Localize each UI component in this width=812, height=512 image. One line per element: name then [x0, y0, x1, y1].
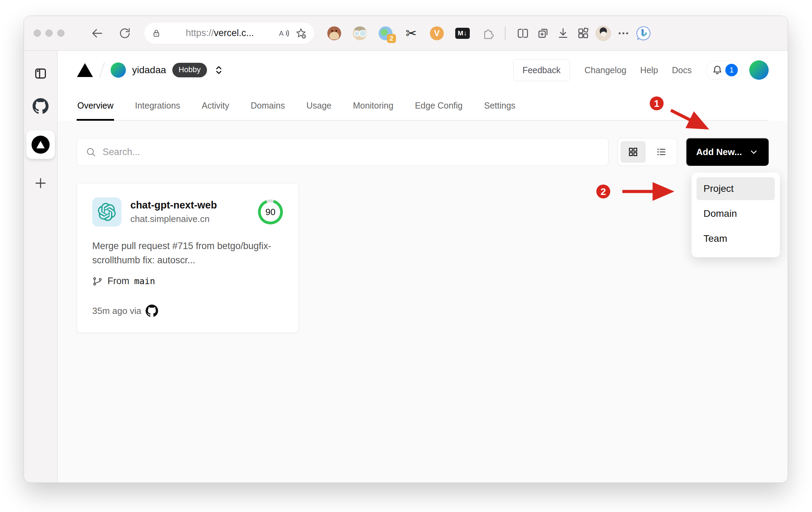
back-button[interactable]: [89, 25, 105, 42]
search-box[interactable]: [77, 138, 608, 166]
tab-activity[interactable]: Activity: [201, 96, 230, 121]
refresh-icon: [118, 27, 131, 40]
address-bar[interactable]: https://vercel.c... A: [144, 23, 314, 44]
commit-message[interactable]: Merge pull request #715 from betgo/bugfi…: [92, 239, 283, 267]
team-switcher-icon[interactable]: [213, 64, 225, 76]
lock-icon: [151, 28, 162, 39]
extensions-row: 2 ✂ V M↓: [327, 26, 496, 41]
bell-icon: [711, 64, 723, 76]
close-window-button[interactable]: [34, 29, 41, 37]
translate-badge: 2: [387, 34, 396, 43]
translate-extension-icon[interactable]: 2: [378, 26, 393, 41]
team-name[interactable]: yidadaa: [132, 65, 166, 76]
feedback-button[interactable]: Feedback: [513, 59, 570, 81]
download-icon: [556, 26, 570, 40]
team-avatar[interactable]: [111, 62, 126, 78]
scissors-icon: ✂: [406, 27, 417, 40]
edge-sidebar: [24, 51, 58, 483]
sidebar-toggle-button[interactable]: [32, 65, 49, 82]
notification-count-badge: 1: [725, 64, 738, 76]
project-domain[interactable]: chat.simplenaive.cn: [130, 214, 258, 224]
extensions-menu-button[interactable]: [481, 26, 496, 41]
v-extension-icon[interactable]: V: [429, 26, 444, 41]
tab-domains[interactable]: Domains: [250, 96, 286, 121]
apps-grid-icon: [576, 26, 590, 40]
favorite-star-icon[interactable]: [295, 27, 307, 40]
url-scheme: https://: [186, 28, 214, 38]
toolbar-divider: [505, 26, 506, 40]
v-badge-icon: V: [430, 26, 444, 40]
back-arrow-icon: [90, 26, 104, 40]
branch-row: From main: [92, 276, 283, 287]
sidebar-item-vercel-active[interactable]: [26, 130, 55, 159]
search-input[interactable]: [103, 147, 600, 157]
tab-monitoring[interactable]: Monitoring: [352, 96, 394, 121]
split-screen-icon: [516, 26, 530, 40]
traffic-lights[interactable]: [34, 29, 64, 37]
tab-settings[interactable]: Settings: [483, 96, 516, 121]
github-icon: [33, 98, 49, 114]
tab-usage[interactable]: Usage: [306, 96, 332, 121]
dashboard-tabs: Overview Integrations Activity Domains U…: [77, 89, 769, 121]
branch-name[interactable]: main: [134, 276, 155, 286]
collections-button[interactable]: [535, 25, 551, 42]
chevron-down-icon: [749, 147, 759, 157]
sidebar-add-button[interactable]: [32, 175, 49, 191]
zoom-window-button[interactable]: [57, 29, 64, 37]
markdown-extension-icon[interactable]: M↓: [455, 26, 470, 41]
notifications-button[interactable]: 1: [706, 61, 742, 79]
dropdown-item-domain[interactable]: Domain: [697, 202, 775, 225]
avatar-extension-icon[interactable]: [352, 26, 368, 41]
collections-icon: [536, 26, 550, 40]
breadcrumb-slash: [99, 62, 105, 78]
profile-button[interactable]: [595, 25, 612, 42]
tab-edge-config[interactable]: Edge Config: [414, 96, 464, 121]
grid-view-button[interactable]: [621, 141, 646, 163]
plus-icon: [33, 176, 48, 190]
clipper-extension-icon[interactable]: ✂: [404, 26, 419, 41]
refresh-button[interactable]: [116, 25, 133, 42]
puzzle-icon: [481, 26, 495, 40]
url-host: vercel.c...: [214, 28, 254, 38]
grid-view-icon: [627, 146, 639, 158]
person-glasses-icon: [353, 26, 367, 40]
markdown-download-icon: M↓: [455, 28, 470, 39]
project-card[interactable]: chat-gpt-next-web chat.simplenaive.cn 90…: [77, 183, 299, 333]
tampermonkey-extension-icon[interactable]: [327, 26, 342, 41]
score-value: 90: [261, 202, 280, 222]
bing-icon: [635, 24, 652, 43]
list-view-button[interactable]: [649, 141, 674, 163]
browser-window: https://vercel.c... A 2 ✂ V M↓: [24, 16, 788, 483]
dropdown-item-team[interactable]: Team: [697, 227, 775, 250]
vercel-logo[interactable]: [77, 63, 93, 77]
nav-docs[interactable]: Docs: [672, 65, 692, 75]
web-content: yidadaa Hobby Feedback Changelog Help Do…: [58, 51, 788, 483]
user-avatar[interactable]: [749, 60, 769, 80]
add-new-button[interactable]: Add New...: [686, 138, 769, 166]
dashboard-content: Add New... Project Domain Team: [58, 121, 788, 483]
dropdown-item-project[interactable]: Project: [697, 177, 775, 200]
url-text: https://vercel.c...: [166, 28, 273, 39]
read-aloud-icon[interactable]: A: [278, 27, 290, 39]
tab-overview[interactable]: Overview: [77, 96, 114, 121]
downloads-button[interactable]: [555, 25, 571, 42]
tab-integrations[interactable]: Integrations: [134, 96, 181, 121]
sidebar-item-github[interactable]: [32, 98, 49, 114]
bing-chat-button[interactable]: [635, 25, 652, 42]
vercel-app-icon: [32, 136, 50, 154]
apps-button[interactable]: [575, 25, 591, 42]
plan-badge: Hobby: [172, 63, 207, 77]
nav-help[interactable]: Help: [640, 65, 658, 75]
split-screen-button[interactable]: [515, 25, 531, 42]
minimize-window-button[interactable]: [45, 29, 53, 37]
openai-logo-icon: [98, 203, 116, 221]
add-new-dropdown: Project Domain Team: [691, 172, 780, 257]
monkey-icon: [327, 26, 341, 40]
project-favicon: [92, 197, 121, 227]
nav-changelog[interactable]: Changelog: [585, 65, 627, 75]
layout-panel-icon: [33, 66, 48, 81]
project-name[interactable]: chat-gpt-next-web: [130, 199, 258, 211]
ellipsis-icon: [616, 26, 630, 40]
view-toggle: [617, 138, 677, 166]
settings-more-button[interactable]: [615, 25, 632, 42]
